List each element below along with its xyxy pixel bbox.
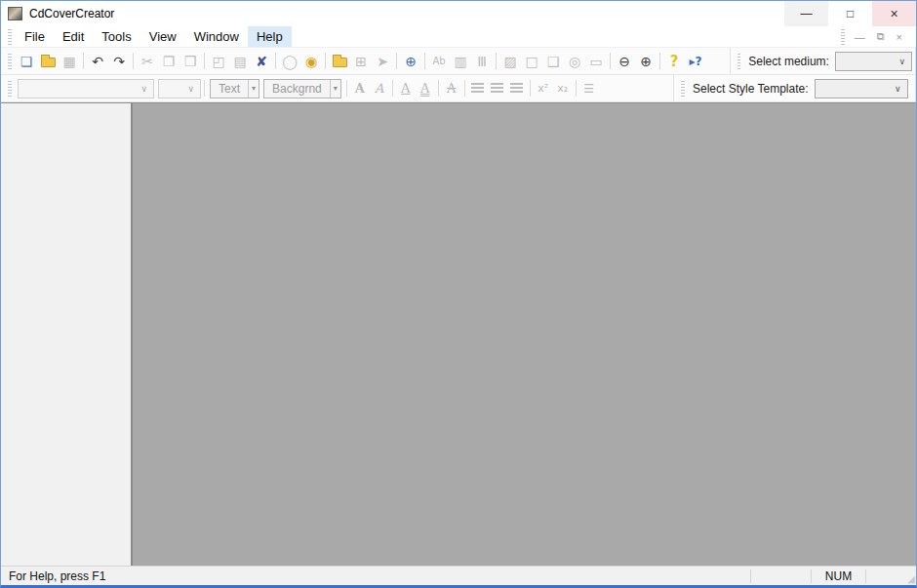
font-name-combobox[interactable]: ∨ (18, 79, 154, 98)
redo-button[interactable]: ↷ (108, 51, 130, 72)
underline-button[interactable]: A (396, 78, 416, 99)
text-field-button[interactable]: Ab (428, 51, 450, 72)
chevron-down-icon: ∨ (889, 84, 907, 94)
globe-icon: ◉ (305, 54, 317, 69)
delete-cover-button[interactable]: ✘ (251, 51, 272, 72)
frame-button[interactable]: □ (521, 51, 542, 72)
medium-toolbar-gripper[interactable] (738, 54, 740, 69)
select-medium-combobox[interactable]: ∨ (835, 52, 912, 71)
menu-help[interactable]: Help (248, 26, 292, 47)
disc-button[interactable]: ◎ (564, 51, 585, 72)
tray-button[interactable]: ▭ (585, 51, 607, 72)
menu-gripper[interactable] (8, 29, 12, 45)
new-document-button[interactable]: ❏ (16, 51, 37, 72)
font-size-combobox[interactable]: ∨ (158, 79, 201, 98)
print-button[interactable]: ▤ (229, 51, 251, 72)
table-icon: ⊞ (355, 54, 367, 69)
frame-grid-icon: ▥ (454, 54, 466, 69)
italic-button[interactable]: A (370, 78, 389, 99)
forward-arrow-icon: ➤ (377, 54, 388, 69)
mdi-minimize-icon: — (855, 31, 865, 43)
align-right-icon (510, 83, 523, 94)
menu-file[interactable]: File (16, 26, 54, 47)
align-center-button[interactable] (488, 78, 507, 99)
toolbar-separator (396, 53, 397, 69)
window-title: CdCoverCreator (29, 7, 114, 20)
context-help-icon: ▸? (690, 55, 702, 68)
search-folder-button[interactable] (329, 51, 350, 72)
columns-button[interactable]: Ⅲ (471, 51, 493, 72)
resize-grip[interactable]: ◢ (902, 568, 916, 585)
forward-arrow-button[interactable]: ➤ (372, 51, 393, 72)
toolbar-gripper[interactable] (8, 54, 12, 69)
chevron-down-icon: ∨ (135, 84, 153, 94)
status-pane-empty (750, 569, 811, 583)
main-toolbar-row: ❏ ▦ ↶ ↷ ✂ ❐ ❒ ◰ ▤ ✘ ◯ ◉ ⊞ ➤ ⊕ Ab ▥ (1, 48, 916, 75)
text-color-dropdown[interactable]: Text ▾ (210, 79, 259, 98)
open-folder-button[interactable] (37, 51, 59, 72)
toolbar-separator (325, 53, 326, 69)
maximize-button[interactable]: □ (828, 1, 872, 26)
toolbar-separator (610, 53, 611, 69)
menu-tools[interactable]: Tools (93, 26, 140, 47)
underline-icon: A (401, 81, 410, 96)
mdi-restore-button[interactable]: ⧉ (871, 30, 891, 43)
menu-edit[interactable]: Edit (54, 26, 93, 47)
find-in-page-icon: ⊕ (405, 54, 417, 69)
menu-window[interactable]: Window (185, 26, 248, 47)
undo-icon: ↶ (92, 54, 103, 69)
strikethrough-icon: A (447, 81, 456, 96)
disc-icon: ◎ (569, 54, 580, 69)
bold-button[interactable]: A (350, 78, 370, 99)
align-left-button[interactable] (468, 78, 488, 99)
background-color-dropdown[interactable]: Backgrnd ▾ (263, 79, 341, 98)
zoom-out-button[interactable]: ⊖ (614, 51, 635, 72)
bullet-list-button[interactable]: ☰ (579, 78, 599, 99)
title-bar: CdCoverCreator — □ × (1, 1, 916, 26)
context-help-button[interactable]: ▸? (685, 51, 706, 72)
mdi-gripper[interactable] (841, 29, 845, 45)
open-folder-icon (41, 58, 56, 67)
align-right-button[interactable] (507, 78, 527, 99)
subscript-button[interactable]: x₂ (553, 78, 573, 99)
style-toolbar-gripper[interactable] (681, 81, 685, 97)
print-preview-button[interactable]: ◰ (208, 51, 229, 72)
minimize-button[interactable]: — (784, 1, 828, 26)
columns-icon: Ⅲ (477, 54, 487, 69)
find-in-page-button[interactable]: ⊕ (400, 51, 421, 72)
superscript-button[interactable]: x² (534, 78, 553, 99)
help-icon: ? (670, 53, 679, 70)
toolbar-separator (204, 53, 205, 69)
image-button[interactable]: ▨ (499, 51, 521, 72)
copy-button[interactable]: ❐ (158, 51, 179, 72)
menu-view[interactable]: View (140, 26, 185, 47)
mdi-minimize-button[interactable]: — (849, 31, 871, 43)
maximize-icon: □ (847, 7, 854, 20)
frame-icon: □ (525, 54, 538, 69)
underline-double-button[interactable]: A (416, 78, 435, 99)
draw-circle-icon: ◯ (282, 54, 298, 69)
toolbar-separator (204, 80, 205, 97)
sidebar-panel (1, 103, 133, 566)
help-button[interactable]: ? (663, 51, 685, 72)
undo-button[interactable]: ↶ (87, 51, 108, 72)
save-button[interactable]: ▦ (59, 51, 80, 72)
select-style-template-combobox[interactable]: ∨ (815, 79, 908, 98)
close-button[interactable]: × (872, 1, 916, 26)
strikethrough-button[interactable]: A (442, 78, 461, 99)
table-button[interactable]: ⊞ (350, 51, 372, 72)
cut-button[interactable]: ✂ (137, 51, 158, 72)
draw-circle-button[interactable]: ◯ (279, 51, 300, 72)
frame-grid-button[interactable]: ▥ (450, 51, 471, 72)
format-toolbar-gripper[interactable] (8, 81, 12, 97)
toolbar-separator (424, 53, 425, 69)
globe-button[interactable]: ◉ (300, 51, 322, 72)
mdi-close-button[interactable]: × (891, 31, 908, 43)
content-area (1, 102, 916, 566)
toolbar-separator (530, 80, 531, 97)
paste-button[interactable]: ❒ (179, 51, 201, 72)
zoom-in-button[interactable]: ⊕ (635, 51, 657, 72)
filled-frame-button[interactable]: ❑ (542, 51, 564, 72)
paste-icon: ❒ (184, 54, 197, 69)
select-style-template-label: Select Style Template: (693, 82, 809, 96)
